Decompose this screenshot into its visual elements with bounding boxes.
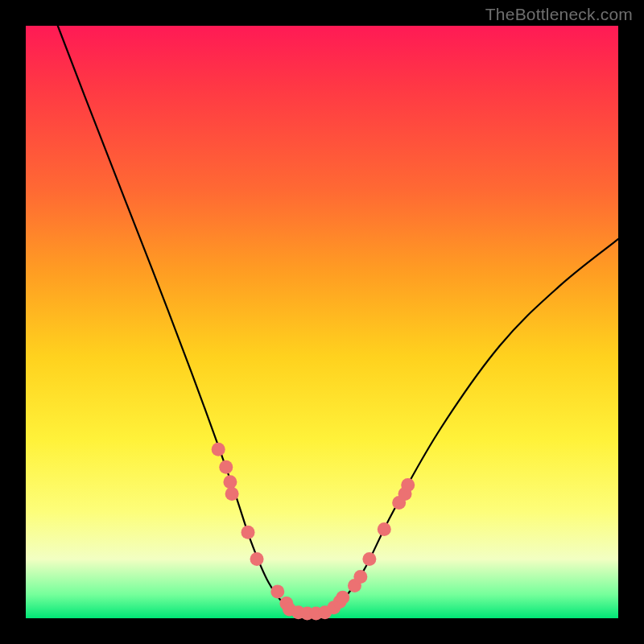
sample-dot [212,443,225,456]
sample-dot [250,552,264,566]
plot-area [26,26,618,618]
sample-dot [362,552,376,566]
sample-dot [378,522,391,536]
sample-dot [336,591,349,605]
sample-dot [225,487,239,501]
sample-dot [223,475,237,489]
sample-dot [242,526,255,539]
chart-frame: TheBottleneck.com [0,0,644,644]
curve-svg [26,26,618,618]
bottleneck-curve [58,26,618,617]
sample-dots-group [212,443,415,621]
watermark-text: TheBottleneck.com [485,5,633,24]
sample-dot [219,460,233,474]
sample-dot [401,478,415,492]
sample-dot [353,570,367,584]
sample-dot [270,584,284,598]
